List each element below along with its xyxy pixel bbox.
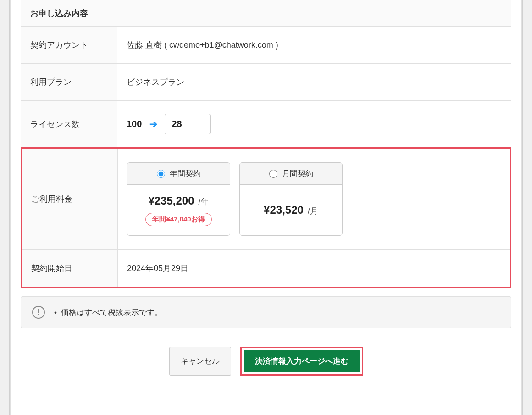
license-label: ライセンス数 xyxy=(21,101,117,148)
highlighted-section: ご利用料金 年間契約 ¥235,200 /年 xyxy=(21,147,511,288)
monthly-contract-radio[interactable] xyxy=(269,170,277,178)
start-date-label: 契約開始日 xyxy=(22,250,118,288)
plan-label: 利用プラン xyxy=(21,64,117,101)
pricing-label: ご利用料金 xyxy=(22,148,118,250)
annual-contract-title: 年間契約 xyxy=(170,168,201,179)
annual-contract-card[interactable]: 年間契約 ¥235,200 /年 年間¥47,040お得 xyxy=(127,162,230,236)
proceed-button[interactable]: 決済情報入力ページへ進む xyxy=(244,350,360,372)
monthly-price: ¥23,520 xyxy=(264,204,304,216)
account-value: 佐藤 直樹 ( cwdemo+b1@chatwork.com ) xyxy=(117,27,511,64)
notice-text: 価格はすべて税抜表示です。 xyxy=(54,307,162,318)
monthly-contract-title: 月間契約 xyxy=(282,168,313,179)
section-header: お申し込み内容 xyxy=(21,0,511,27)
license-current-value: 100 xyxy=(127,119,142,129)
cancel-button[interactable]: キャンセル xyxy=(169,347,231,376)
application-form-table: お申し込み内容 契約アカウント 佐藤 直樹 ( cwdemo+b1@chatwo… xyxy=(21,0,511,148)
annual-period: /年 xyxy=(199,197,209,206)
annual-price: ¥235,200 xyxy=(148,194,194,207)
monthly-period: /月 xyxy=(308,206,318,216)
plan-value: ビジネスプラン xyxy=(117,64,511,101)
arrow-right-icon: ➔ xyxy=(149,118,157,130)
account-label: 契約アカウント xyxy=(21,27,117,64)
start-date-value: 2024年05月29日 xyxy=(118,250,511,288)
annual-contract-radio[interactable] xyxy=(157,170,165,178)
monthly-contract-card[interactable]: 月間契約 ¥23,520 /月 xyxy=(239,162,343,236)
savings-badge: 年間¥47,040お得 xyxy=(145,213,211,226)
notice-box: ! 価格はすべて税抜表示です。 xyxy=(21,296,511,328)
info-icon: ! xyxy=(32,306,45,319)
license-new-input[interactable] xyxy=(165,114,211,134)
